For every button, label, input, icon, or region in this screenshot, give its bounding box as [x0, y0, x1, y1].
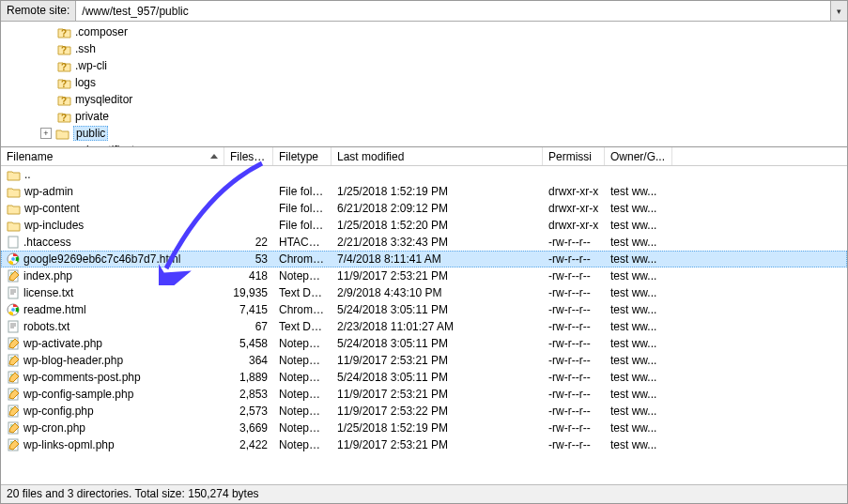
file-name: index.php	[23, 269, 72, 283]
tree-item[interactable]: +public	[1, 125, 847, 142]
file-row[interactable]: readme.html7,415Chrome ...5/24/2018 3:05…	[1, 301, 847, 318]
file-size: 2,853	[224, 388, 273, 401]
file-modified: 11/9/2017 2:53:22 PM	[331, 405, 543, 418]
remote-path-bar: Remote site: ▾	[1, 1, 847, 22]
column-header-filesize[interactable]: Filesize	[224, 147, 273, 165]
folder-icon	[55, 128, 69, 140]
column-header-filename[interactable]: Filename	[1, 147, 224, 165]
notepad-icon	[7, 438, 20, 451]
tree-item-label: .composer	[75, 25, 128, 38]
file-modified: 11/9/2017 2:53:21 PM	[331, 388, 543, 401]
remote-path-input[interactable]	[76, 1, 830, 21]
file-type: Chrome ...	[273, 252, 331, 266]
file-row[interactable]: wp-comments-post.php1,889Notepad...5/24/…	[1, 369, 847, 386]
file-row[interactable]: google9269eb6c7c46b7d7.html53Chrome ...7…	[1, 251, 847, 267]
file-row[interactable]: wp-config.php2,573Notepad...11/9/2017 2:…	[1, 403, 847, 420]
column-header-filetype[interactable]: Filetype	[273, 147, 331, 165]
directory-tree[interactable]: ?.composer?.ssh?.wp-cli?logs?mysqleditor…	[1, 22, 847, 147]
folder-unknown-icon: ?	[57, 26, 71, 38]
file-list[interactable]: ..wp-adminFile folder1/25/2018 1:52:19 P…	[1, 166, 847, 466]
folder-icon	[7, 169, 21, 181]
expand-icon[interactable]: +	[40, 128, 52, 139]
tree-item[interactable]: ?mysqleditor	[1, 91, 847, 108]
file-name: robots.txt	[23, 320, 69, 333]
file-name: wp-activate.php	[23, 337, 102, 350]
file-modified: 2/21/2018 3:32:43 PM	[331, 236, 543, 249]
file-owner: test ww...	[605, 202, 672, 215]
svg-rect-11	[8, 287, 18, 298]
tree-item[interactable]: ?private	[1, 108, 847, 125]
file-type: Chrome ...	[273, 303, 331, 316]
file-owner: test ww...	[605, 371, 672, 384]
column-header-permissions[interactable]: Permissi	[543, 147, 605, 165]
file-modified: 6/21/2018 2:09:12 PM	[331, 202, 543, 215]
column-header-modified[interactable]: Last modified	[331, 147, 543, 165]
file-type: File folder	[273, 219, 331, 232]
svg-text:?: ?	[61, 45, 67, 55]
tree-item[interactable]: ?logs	[1, 74, 847, 91]
file-row[interactable]: wp-blog-header.php364Notepad...11/9/2017…	[1, 352, 847, 369]
folder-unknown-icon: ?	[57, 43, 71, 55]
file-permissions: -rw-r--r--	[543, 320, 605, 333]
file-row[interactable]: .htaccess22HTACCE...2/21/2018 3:32:43 PM…	[1, 234, 847, 251]
folder-unknown-icon: ?	[57, 111, 71, 123]
file-type: Notepad...	[273, 354, 331, 367]
file-row[interactable]: ..	[1, 166, 847, 183]
path-dropdown-button[interactable]: ▾	[830, 1, 847, 21]
tree-item-label: private	[75, 110, 109, 123]
file-owner: test ww...	[605, 405, 672, 418]
file-size: 22	[224, 236, 273, 249]
file-row[interactable]: wp-contentFile folder6/21/2018 2:09:12 P…	[1, 200, 847, 217]
file-owner: test ww...	[605, 185, 672, 198]
file-name: wp-includes	[24, 219, 84, 232]
notepad-icon	[7, 337, 20, 350]
file-owner: test ww...	[605, 269, 672, 283]
text-file-icon	[7, 320, 20, 333]
file-permissions: drwxr-xr-x	[543, 202, 605, 215]
file-modified: 1/25/2018 1:52:20 PM	[331, 219, 543, 232]
file-row[interactable]: wp-config-sample.php2,853Notepad...11/9/…	[1, 386, 847, 403]
file-owner: test ww...	[605, 337, 672, 350]
tree-item[interactable]: ?.wp-cli	[1, 57, 847, 74]
file-row[interactable]: robots.txt67Text Doc...2/23/2018 11:01:2…	[1, 318, 847, 335]
folder-icon	[7, 203, 21, 215]
tree-item[interactable]: ?.composer	[1, 23, 847, 40]
file-owner: test ww...	[605, 354, 672, 367]
notepad-icon	[7, 371, 20, 384]
file-row[interactable]: license.txt19,935Text Doc...2/9/2018 4:4…	[1, 284, 847, 301]
file-row[interactable]: wp-includesFile folder1/25/2018 1:52:20 …	[1, 217, 847, 234]
file-owner: test ww...	[605, 388, 672, 401]
file-size: 418	[224, 269, 273, 283]
file-type: Notepad...	[273, 388, 331, 401]
notepad-icon	[7, 388, 20, 401]
file-row[interactable]: wp-links-opml.php2,422Notepad...11/9/201…	[1, 436, 847, 453]
tree-item[interactable]: ?.ssh	[1, 40, 847, 57]
column-header-owner[interactable]: Owner/G...	[605, 147, 672, 165]
file-permissions: -rw-r--r--	[543, 421, 605, 435]
file-permissions: -rw-r--r--	[543, 269, 605, 283]
tree-item-label: .wp-cli	[75, 59, 107, 72]
file-type: Notepad...	[273, 438, 331, 451]
file-name: wp-admin	[24, 185, 73, 198]
notepad-icon	[7, 421, 20, 435]
file-row[interactable]: index.php418Notepad...11/9/2017 2:53:21 …	[1, 267, 847, 284]
status-bar: 20 files and 3 directories. Total size: …	[1, 484, 847, 503]
svg-text:?: ?	[61, 28, 67, 38]
file-name: readme.html	[23, 303, 86, 316]
file-permissions: -rw-r--r--	[543, 438, 605, 451]
file-size: 7,415	[224, 303, 273, 316]
file-modified: 5/24/2018 3:05:11 PM	[331, 371, 543, 384]
file-owner: test ww...	[605, 421, 672, 435]
chrome-icon	[7, 252, 20, 266]
file-row[interactable]: wp-adminFile folder1/25/2018 1:52:19 PMd…	[1, 183, 847, 200]
file-row[interactable]: wp-activate.php5,458Notepad...5/24/2018 …	[1, 335, 847, 352]
file-name: wp-links-opml.php	[23, 438, 115, 451]
file-modified: 2/9/2018 4:43:10 PM	[331, 286, 543, 299]
file-name: ..	[24, 168, 31, 181]
file-row[interactable]: wp-cron.php3,669Notepad...1/25/2018 1:52…	[1, 420, 847, 436]
folder-unknown-icon: ?	[57, 77, 71, 89]
file-permissions: -rw-r--r--	[543, 354, 605, 367]
file-modified: 5/24/2018 3:05:11 PM	[331, 337, 543, 350]
file-icon	[7, 236, 20, 249]
svg-text:?: ?	[61, 79, 67, 89]
